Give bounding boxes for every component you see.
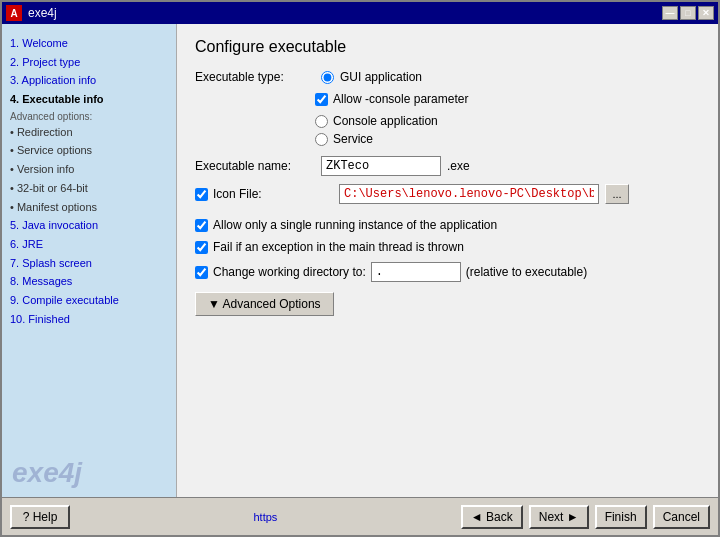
back-label: ◄ Back <box>471 510 513 524</box>
browse-button[interactable]: ... <box>605 184 629 204</box>
relative-label: (relative to executable) <box>466 265 587 279</box>
cancel-button[interactable]: Cancel <box>653 505 710 529</box>
sidebar-item-app-info[interactable]: 3. Application info <box>10 71 168 90</box>
close-button[interactable]: ✕ <box>698 6 714 20</box>
allow-console-label: Allow -console parameter <box>333 92 468 106</box>
working-dir-row: Change working directory to: (relative t… <box>195 262 700 282</box>
exe-name-label: Executable name: <box>195 159 315 173</box>
sidebar-adv-label: Advanced options: <box>10 111 168 122</box>
fail-exception-label: Fail if an exception in the main thread … <box>213 240 464 254</box>
single-instance-label: Allow only a single running instance of … <box>213 218 497 232</box>
console-app-radio[interactable] <box>315 115 328 128</box>
service-label: Service <box>333 132 373 146</box>
main-window: A exe4j — □ ✕ 1. Welcome 2. Project type… <box>0 0 720 537</box>
icon-file-label: Icon File: <box>213 187 333 201</box>
sidebar-manifest[interactable]: • Manifest options <box>10 198 168 217</box>
sidebar-redirection[interactable]: • Redirection <box>10 123 168 142</box>
working-dir-label: Change working directory to: <box>213 265 366 279</box>
sidebar-item-splash[interactable]: 7. Splash screen <box>10 254 168 273</box>
sidebar-item-finished[interactable]: 10. Finished <box>10 310 168 329</box>
single-instance-row: Allow only a single running instance of … <box>195 218 700 232</box>
service-row: Service <box>315 132 700 146</box>
advanced-options-section: ▼ Advanced Options <box>195 292 700 316</box>
sidebar-version-info[interactable]: • Version info <box>10 160 168 179</box>
footer: ? Help https ◄ Back Next ► Finish Cancel <box>2 497 718 535</box>
maximize-button[interactable]: □ <box>680 6 696 20</box>
exe-type-row: Executable type: GUI application <box>195 70 700 84</box>
footer-url: https <box>76 511 455 523</box>
finish-label: Finish <box>605 510 637 524</box>
exe-type-label: Executable type: <box>195 70 315 84</box>
help-button[interactable]: ? Help <box>10 505 70 529</box>
main-content: Configure executable Executable type: GU… <box>177 24 718 497</box>
working-dir-checkbox[interactable] <box>195 266 208 279</box>
app-icon: A <box>6 5 22 21</box>
back-button[interactable]: ◄ Back <box>461 505 523 529</box>
fail-exception-checkbox[interactable] <box>195 241 208 254</box>
allow-console-row: Allow -console parameter <box>315 92 700 106</box>
advanced-btn-label: ▼ Advanced Options <box>208 297 321 311</box>
sidebar-item-welcome[interactable]: 1. Welcome <box>10 34 168 53</box>
sidebar: 1. Welcome 2. Project type 3. Applicatio… <box>2 24 177 497</box>
next-label: Next ► <box>539 510 579 524</box>
gui-app-radio[interactable] <box>321 71 334 84</box>
sidebar-service-options[interactable]: • Service options <box>10 141 168 160</box>
advanced-options-button[interactable]: ▼ Advanced Options <box>195 292 334 316</box>
console-app-label: Console application <box>333 114 438 128</box>
sidebar-item-jre[interactable]: 6. JRE <box>10 235 168 254</box>
sidebar-item-compile[interactable]: 9. Compile executable <box>10 291 168 310</box>
exe-name-row: Executable name: .exe <box>195 156 700 176</box>
sidebar-item-project-type[interactable]: 2. Project type <box>10 53 168 72</box>
section-title: Configure executable <box>195 38 700 56</box>
title-buttons: — □ ✕ <box>662 6 714 20</box>
service-radio[interactable] <box>315 133 328 146</box>
exe-name-input[interactable] <box>321 156 441 176</box>
icon-file-input[interactable] <box>339 184 599 204</box>
minimize-button[interactable]: — <box>662 6 678 20</box>
finish-button[interactable]: Finish <box>595 505 647 529</box>
sidebar-32-64-bit[interactable]: • 32-bit or 64-bit <box>10 179 168 198</box>
sidebar-item-exec-info[interactable]: 4. Executable info <box>10 90 168 109</box>
fail-exception-row: Fail if an exception in the main thread … <box>195 240 700 254</box>
sidebar-item-java[interactable]: 5. Java invocation <box>10 216 168 235</box>
window-title: exe4j <box>28 6 662 20</box>
cancel-label: Cancel <box>663 510 700 524</box>
allow-console-checkbox[interactable] <box>315 93 328 106</box>
console-app-row: Console application <box>315 114 700 128</box>
working-dir-input[interactable] <box>371 262 461 282</box>
sidebar-watermark: exe4j <box>12 459 82 487</box>
gui-app-label: GUI application <box>340 70 422 84</box>
next-button[interactable]: Next ► <box>529 505 589 529</box>
sidebar-item-messages[interactable]: 8. Messages <box>10 272 168 291</box>
window-body: 1. Welcome 2. Project type 3. Applicatio… <box>2 24 718 497</box>
title-bar: A exe4j — □ ✕ <box>2 2 718 24</box>
icon-file-row: Icon File: ... <box>195 184 700 204</box>
exe-suffix: .exe <box>447 159 470 173</box>
icon-file-checkbox[interactable] <box>195 188 208 201</box>
single-instance-checkbox[interactable] <box>195 219 208 232</box>
